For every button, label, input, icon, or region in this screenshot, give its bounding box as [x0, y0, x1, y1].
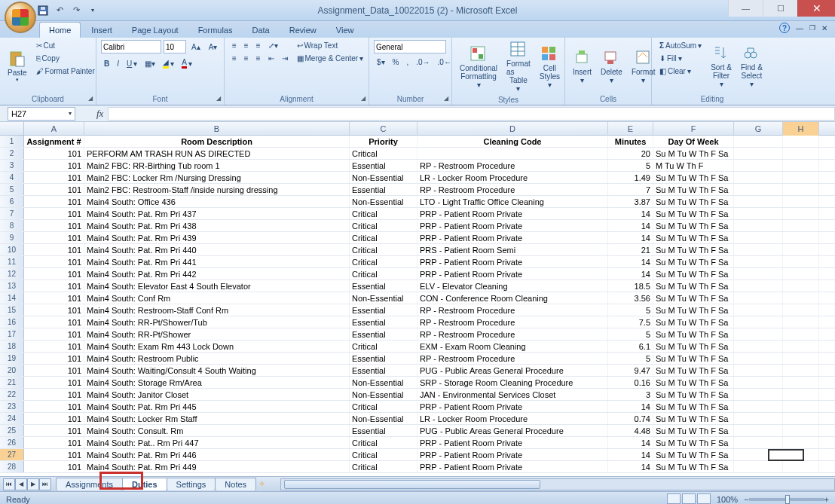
cell[interactable]: 101	[24, 304, 84, 316]
cell[interactable]: 101	[24, 425, 84, 436]
cell[interactable]	[734, 449, 783, 460]
cell[interactable]: 101	[24, 389, 84, 400]
sheet-tab-settings[interactable]: Settings	[167, 478, 216, 490]
cell[interactable]: 5	[608, 353, 653, 364]
align-right-button[interactable]: ≡	[253, 53, 264, 64]
cell[interactable]: 0.74	[608, 413, 653, 424]
cell[interactable]: JAN - Environmental Services Closet	[418, 389, 608, 400]
cell[interactable]: 4.48	[608, 425, 653, 436]
zoom-slider[interactable]	[749, 498, 824, 501]
cell[interactable]	[734, 377, 783, 388]
cell[interactable]: Essential	[350, 160, 418, 171]
help-icon[interactable]: ?	[779, 23, 790, 33]
tab-formulas[interactable]: Formulas	[189, 23, 242, 38]
cell[interactable]: 101	[24, 268, 84, 279]
cell[interactable]	[783, 377, 819, 388]
row-header[interactable]: 9	[0, 232, 24, 243]
comma-button[interactable]: ,	[403, 57, 411, 68]
cell[interactable]: 5	[608, 160, 653, 171]
clear-button[interactable]: ◧Clear▾	[656, 66, 705, 77]
scroll-thumb[interactable]	[284, 480, 540, 489]
cell[interactable]: PRP - Patient Room Private	[418, 208, 608, 219]
col-header-g[interactable]: G	[734, 122, 783, 136]
cell[interactable]: Main4 South: Waiting/Consult 4 South Wai…	[84, 365, 350, 376]
formula-input[interactable]	[108, 107, 835, 121]
delete-cells-button[interactable]: Delete▾	[598, 40, 625, 93]
cell[interactable]: Non-Essential	[350, 292, 418, 304]
row-header[interactable]: 19	[0, 353, 24, 364]
new-sheet-icon[interactable]: ✧	[258, 479, 265, 489]
cell[interactable]: PRP - Patient Room Private	[418, 256, 608, 267]
cell[interactable]: RP - Restroom Procedure	[418, 184, 608, 195]
cell[interactable]: Su M Tu W Th F Sa	[653, 280, 734, 292]
next-sheet-button[interactable]: ▶	[27, 478, 39, 490]
grow-font-button[interactable]: A▴	[188, 40, 203, 53]
sheet-tab-duties[interactable]: Duties	[122, 478, 167, 490]
align-left-button[interactable]: ≡	[229, 53, 240, 64]
font-size-combo[interactable]	[164, 40, 186, 53]
row-header[interactable]: 27	[0, 449, 24, 460]
cell[interactable]: Main4 South: Restroom-Staff Conf Rm	[84, 304, 350, 316]
cell[interactable]	[783, 461, 819, 472]
bold-button[interactable]: B	[101, 57, 112, 70]
cell[interactable]: Su M Tu W Th F Sa	[653, 461, 734, 472]
cell[interactable]: 101	[24, 280, 84, 292]
percent-button[interactable]: %	[390, 57, 402, 68]
cell[interactable]: Main4 South: Pat.. Rm Pri 447	[84, 437, 350, 448]
cell[interactable]	[734, 437, 783, 448]
first-sheet-button[interactable]: ⏮	[3, 478, 15, 490]
normal-view-button[interactable]	[667, 493, 681, 504]
cell[interactable]: 101	[24, 413, 84, 424]
cell[interactable]	[783, 244, 819, 255]
cell[interactable]: Minutes	[608, 136, 653, 147]
cell[interactable]: Main4 South: Locker Rm Staff	[84, 413, 350, 424]
cell[interactable]: PRP - Patient Room Private	[418, 268, 608, 279]
minimize-button[interactable]: —	[728, 0, 763, 17]
row-header[interactable]: 25	[0, 425, 24, 436]
cell[interactable]	[783, 304, 819, 316]
cell[interactable]: 101	[24, 148, 84, 159]
cell[interactable]	[734, 136, 783, 147]
cell[interactable]: Su M Tu W Th F Sa	[653, 437, 734, 448]
cell[interactable]	[783, 401, 819, 412]
cell[interactable]: 14	[608, 449, 653, 460]
prev-sheet-button[interactable]: ◀	[15, 478, 27, 490]
cell[interactable]: Main4 South: Pat. Rm Pri 437	[84, 208, 350, 219]
close-workbook-icon[interactable]: ✕	[821, 24, 827, 32]
cell[interactable]	[734, 268, 783, 279]
cell[interactable]: PRP - Patient Room Private	[418, 232, 608, 243]
cell[interactable]: Su M Tu W Th F Sa	[653, 256, 734, 267]
cell[interactable]	[783, 413, 819, 424]
office-button[interactable]	[5, 2, 36, 33]
wrap-text-button[interactable]: ↩Wrap Text	[294, 40, 367, 51]
cell[interactable]: Critical	[350, 401, 418, 412]
cell[interactable]: 14	[608, 401, 653, 412]
col-header-d[interactable]: D	[418, 122, 608, 136]
cell[interactable]	[783, 148, 819, 159]
row-header[interactable]: 24	[0, 413, 24, 424]
increase-indent-button[interactable]: ⇥	[279, 53, 291, 64]
horizontal-scrollbar[interactable]	[280, 478, 835, 490]
close-button[interactable]: ✕	[797, 0, 835, 17]
paste-button[interactable]: Paste▾	[5, 40, 30, 93]
cell[interactable]: M Tu W Th F	[653, 160, 734, 171]
cell[interactable]: Essential	[350, 280, 418, 292]
conditional-formatting-button[interactable]: ConditionalFormatting▾	[457, 40, 500, 94]
cell[interactable]: Main2 FBC: Locker Rm /Nursing Dressing	[84, 172, 350, 183]
cell[interactable]: Critical	[350, 244, 418, 255]
cell[interactable]	[734, 196, 783, 207]
cell[interactable]	[734, 316, 783, 328]
cell[interactable]: LR - Locker Room Procedure	[418, 172, 608, 183]
align-top-button[interactable]: ≡	[229, 40, 240, 51]
cell[interactable]: 101	[24, 232, 84, 243]
cell[interactable]	[783, 220, 819, 231]
align-center-button[interactable]: ≡	[241, 53, 252, 64]
cell[interactable]	[734, 425, 783, 436]
cell[interactable]: Main4 South: Pat. Rm Pri 445	[84, 401, 350, 412]
cell[interactable]: RP - Restroom Procedure	[418, 328, 608, 340]
row-header[interactable]: 14	[0, 292, 24, 304]
col-header-a[interactable]: A	[24, 122, 84, 136]
cell[interactable]: 101	[24, 220, 84, 231]
page-layout-view-button[interactable]	[682, 493, 696, 504]
cell[interactable]: 14	[608, 461, 653, 472]
